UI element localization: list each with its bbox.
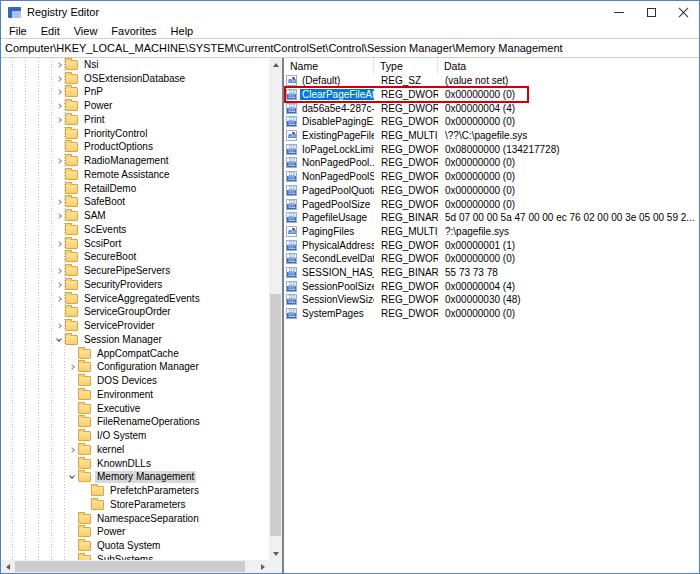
value-row-pagingfiles[interactable]: PagingFilesREG_MULTI_SZ?:\pagefile.sys [284,225,699,239]
tree-item-memory-management[interactable]: Memory Management [1,471,269,485]
value-row-physicaladdress[interactable]: PhysicalAddress...REG_DWORD0x00000001 (1… [284,238,699,252]
vertical-scroll-thumb[interactable] [270,294,281,536]
scroll-left-button[interactable] [1,560,14,573]
value-row-systempages[interactable]: SystemPagesREG_DWORD0x00000000 (0) [284,307,699,321]
tree-item-osextensiondatabase[interactable]: OSExtensionDatabase [1,72,269,86]
tree-item-sam[interactable]: SAM [1,209,269,223]
expand-arrow-icon[interactable] [53,297,64,301]
menu-help[interactable]: Help [164,25,201,37]
tree-item-remote-assistance[interactable]: Remote Assistance [1,168,269,182]
scroll-down-button[interactable] [269,547,282,560]
expand-arrow-icon[interactable] [53,118,64,122]
value-row-sessionviewsize[interactable]: SessionViewSizeREG_DWORD0x00000030 (48) [284,293,699,307]
value-row-pagedpoolquota[interactable]: PagedPoolQuotaREG_DWORD0x00000000 (0) [284,184,699,198]
expand-arrow-icon[interactable] [53,77,64,81]
menu-view[interactable]: View [67,25,105,37]
tree-item-productoptions[interactable]: ProductOptions [1,141,269,155]
minimize-button[interactable] [603,1,635,23]
collapse-arrow-icon[interactable] [66,476,77,478]
tree-item-configuration-manager[interactable]: Configuration Manager [1,361,269,375]
tree-item-servicegrouporder[interactable]: ServiceGroupOrder [1,306,269,320]
tree-item-filerenameoperations[interactable]: FileRenameOperations [1,416,269,430]
tree-horizontal-scrollbar[interactable] [1,560,269,573]
value-row-clearpagefileat[interactable]: ClearPageFileAt...REG_DWORD0x00000000 (0… [284,88,699,102]
tree-item-power[interactable]: Power [1,99,269,113]
tree-item-label: Executive [95,403,142,415]
tree-item-appcompatcache[interactable]: AppCompatCache [1,347,269,361]
scroll-right-button[interactable] [256,560,269,573]
tree-item-pnp[interactable]: PnP [1,86,269,100]
value-name-label: SecondLevelDat... [300,253,374,264]
tree-item-dos-devices[interactable]: DOS Devices [1,374,269,388]
column-header-type[interactable]: Type [374,58,438,74]
menu-favorites[interactable]: Favorites [104,25,163,37]
address-bar[interactable]: Computer\HKEY_LOCAL_MACHINE\SYSTEM\Curre… [1,38,699,58]
tree-item-safeboot[interactable]: SafeBoot [1,196,269,210]
tree-item-namespaceseparation[interactable]: NamespaceSeparation [1,512,269,526]
value-name-label: PagingFiles [300,226,356,237]
value-row-secondleveldat[interactable]: SecondLevelDat...REG_DWORD0x00000000 (0) [284,252,699,266]
value-row-pagefileusage[interactable]: PagefileUsageREG_BINARY5d 07 00 00 5a 47… [284,211,699,225]
tree-item-securepipeservers[interactable]: SecurePipeServers [1,264,269,278]
value-row-da56a5e4-287c[interactable]: da56a5e4-287c-...REG_DWORD0x00000004 (4) [284,101,699,115]
collapse-arrow-icon[interactable] [53,339,64,341]
tree-item-knowndlls[interactable]: KnownDLLs [1,457,269,471]
tree-item-i-o-system[interactable]: I/O System [1,429,269,443]
column-header-name[interactable]: Name [284,58,374,74]
value-row-pagedpoolsize[interactable]: PagedPoolSizeREG_DWORD0x00000000 (0) [284,197,699,211]
tree-item-secureboot[interactable]: SecureBoot [1,251,269,265]
value-row-nonpagedpool[interactable]: NonPagedPool...REG_DWORD0x00000000 (0) [284,156,699,170]
tree-item-prioritycontrol[interactable]: PriorityControl [1,127,269,141]
menu-edit[interactable]: Edit [34,25,67,37]
value-row-iopagelocklimit[interactable]: IoPageLockLimitREG_DWORD0x08000000 (1342… [284,142,699,156]
menu-file[interactable]: File [2,25,34,37]
expand-arrow-icon[interactable] [53,200,64,204]
expand-arrow-icon[interactable] [53,324,64,328]
value-row-nonpagedpools[interactable]: NonPagedPoolS...REG_DWORD0x00000000 (0) [284,170,699,184]
expand-arrow-icon[interactable] [53,104,64,108]
tree-item-radiomanagement[interactable]: RadioManagement [1,154,269,168]
tree-item-scevents[interactable]: ScEvents [1,223,269,237]
tree-item-power[interactable]: Power [1,526,269,540]
folder-icon [65,321,78,331]
tree-item-nsi[interactable]: Nsi [1,58,269,72]
binary-value-icon [286,308,297,319]
folder-icon [65,252,78,262]
tree-item-kernel[interactable]: kernel [1,443,269,457]
tree-item-storeparameters[interactable]: StoreParameters [1,498,269,512]
value-row-sessionpoolsize[interactable]: SessionPoolSizeREG_DWORD0x00000004 (4) [284,279,699,293]
expand-arrow-icon[interactable] [53,214,64,218]
tree-item-retaildemo[interactable]: RetailDemo [1,182,269,196]
value-row-disablepagingex[interactable]: DisablePagingEx...REG_DWORD0x00000000 (0… [284,115,699,129]
tree-item-prefetchparameters[interactable]: PrefetchParameters [1,484,269,498]
expand-arrow-icon[interactable] [53,63,64,67]
expand-arrow-icon[interactable] [66,448,77,452]
tree-item-environment[interactable]: Environment [1,388,269,402]
maximize-button[interactable] [635,1,667,23]
close-button[interactable] [667,1,699,23]
expand-arrow-icon[interactable] [53,283,64,287]
tree-item-scsiport[interactable]: ScsiPort [1,237,269,251]
value-row-session-has-v[interactable]: SESSION_HAS_V...REG_BINARY55 73 73 78 [284,266,699,280]
tree-item-serviceprovider[interactable]: ServiceProvider [1,319,269,333]
tree-item-securityproviders[interactable]: SecurityProviders [1,278,269,292]
tree-item-label: PnP [82,86,105,98]
horizontal-scroll-thumb[interactable] [15,561,245,572]
tree-item-subsystems[interactable]: SubSystems [1,553,269,560]
tree-item-session-manager[interactable]: Session Manager [1,333,269,347]
column-header-data[interactable]: Data [438,58,699,74]
value-row-default[interactable]: (Default)REG_SZ(value not set) [284,74,699,88]
tree-item-label: Environment [95,389,155,401]
expand-arrow-icon[interactable] [53,242,64,246]
tree-vertical-scrollbar[interactable] [269,58,282,560]
expand-arrow-icon[interactable] [53,159,64,163]
expand-arrow-icon[interactable] [53,269,64,273]
expand-arrow-icon[interactable] [66,365,77,369]
tree-item-quota-system[interactable]: Quota System [1,539,269,553]
expand-arrow-icon[interactable] [53,90,64,94]
scroll-up-button[interactable] [269,58,282,71]
tree-item-executive[interactable]: Executive [1,402,269,416]
tree-item-print[interactable]: Print [1,113,269,127]
tree-item-serviceaggregatedevents[interactable]: ServiceAggregatedEvents [1,292,269,306]
value-row-existingpagefiles[interactable]: ExistingPageFilesREG_MULTI_SZ\??\C:\page… [284,129,699,143]
